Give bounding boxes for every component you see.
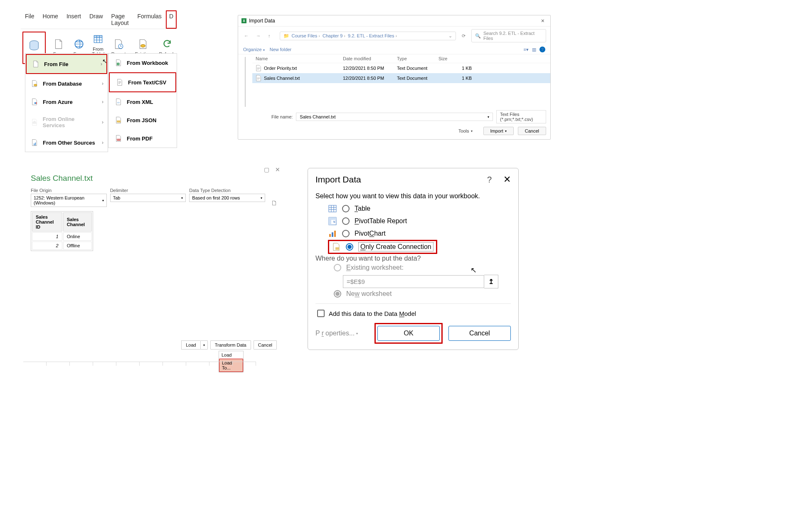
preview-pane-icon[interactable]: ▥ (532, 47, 536, 52)
close-button[interactable]: × (539, 17, 547, 24)
svg-text:PDF: PDF (117, 139, 120, 140)
col-type[interactable]: Type (397, 56, 438, 61)
transform-data-button[interactable]: Transform Data (210, 340, 251, 350)
refresh-icon (160, 37, 174, 51)
radio-unchecked-icon[interactable] (342, 230, 350, 237)
import-button[interactable]: Import ▾ (483, 127, 514, 135)
file-icon (32, 60, 40, 68)
detection-label: Data Type Detection (189, 188, 265, 193)
tab-formulas[interactable]: Formulas (133, 10, 166, 29)
help-icon[interactable]: ? (487, 175, 492, 185)
file-size: 1 KB (438, 76, 472, 81)
close-icon[interactable]: ✕ (275, 166, 280, 173)
from-pdf-item[interactable]: PDF From PDF (108, 129, 177, 148)
col-date[interactable]: Date modified (343, 56, 397, 61)
table-icon (328, 204, 337, 213)
option-pivotchart[interactable]: PivotChart (315, 227, 511, 240)
path-seg[interactable]: Course Files (292, 33, 320, 38)
col-header[interactable]: Sales Channel ID (32, 212, 62, 232)
properties-button[interactable]: Properties... ▾ (315, 330, 358, 337)
tab-insert[interactable]: Insert (62, 10, 85, 29)
path-bar[interactable]: 📁 Course Files Chapter 9 9.2. ETL - Extr… (280, 32, 456, 40)
load-button[interactable]: Load (181, 340, 200, 350)
tab-page-layout[interactable]: Page Layout (107, 10, 133, 29)
file-size: 1 KB (438, 66, 472, 71)
view-mode-icon[interactable]: ≡▾ (524, 47, 529, 52)
load-dropdown-button[interactable]: ▾ (200, 340, 208, 350)
from-other-sources-item[interactable]: From Other Sources › (25, 133, 108, 152)
tab-draw[interactable]: Draw (85, 10, 107, 29)
nav-back-icon[interactable]: ← (242, 32, 250, 39)
dialog-title: Import Data (249, 18, 275, 24)
col-header[interactable]: Sales Channel (63, 212, 92, 232)
option-label[interactable]: Only Create Connection (358, 242, 433, 251)
dropdown-icon[interactable]: ⌄ (448, 33, 452, 39)
from-database-item[interactable]: From Database › (25, 74, 108, 93)
from-azure-label: From Azure (43, 99, 73, 105)
cancel-button[interactable]: Cancel (254, 340, 277, 350)
from-json-label: From JSON (127, 117, 157, 123)
textfile-icon (256, 65, 261, 71)
nav-forward-icon[interactable]: → (254, 32, 262, 39)
organize-button[interactable]: Organize ▾ (243, 47, 265, 52)
tools-button[interactable]: Tools ▾ (452, 127, 479, 135)
path-seg[interactable]: Chapter 9 (323, 33, 345, 38)
delimiter-label: Delimiter (110, 188, 186, 193)
option-pivottable[interactable]: PivotTable Report (315, 215, 511, 227)
file-filter-combo[interactable]: Text Files (*.prn;*.txt;*.csv) (496, 110, 546, 123)
from-text-csv-item[interactable]: From Text/CSV (109, 72, 176, 92)
preview-title: Sales Channel.txt (28, 164, 280, 186)
radio-unchecked-icon[interactable] (342, 205, 350, 212)
nav-up-icon[interactable]: ↑ (266, 32, 272, 39)
tab-data[interactable]: D (166, 10, 177, 29)
search-box[interactable]: 🔍 Search 9.2. ETL - Extract Files (471, 29, 546, 42)
load-option[interactable]: Load (219, 351, 243, 359)
delimiter-combo[interactable]: Tab▾ (110, 194, 186, 202)
instruction-text: Select how you want to view this data in… (315, 185, 511, 202)
file-type: Text Document (397, 66, 438, 71)
add-to-model-checkbox[interactable]: Add this data to the Data Model (315, 303, 511, 323)
from-online-services-item: From Online Services › (25, 111, 108, 133)
path-seg[interactable]: 9.2. ETL - Extract Files (348, 33, 397, 38)
from-file-item[interactable]: From File › (26, 54, 107, 74)
file-name: Sales Channel.txt (264, 76, 300, 81)
cancel-button[interactable]: Cancel (448, 326, 511, 341)
option-label: PivotTable Report (355, 217, 407, 225)
file-list-header[interactable]: Name Date modified Type Size (252, 54, 550, 63)
connection-icon (332, 242, 341, 251)
ok-button[interactable]: OK (377, 326, 440, 341)
col-size[interactable]: Size (438, 56, 472, 61)
range-picker-icon[interactable]: ↥ (484, 275, 498, 288)
from-xml-item[interactable]: </> From XML (108, 93, 177, 111)
svg-rect-18 (329, 205, 336, 212)
radio-unchecked-icon[interactable] (342, 217, 350, 225)
help-icon[interactable]: ? (539, 47, 545, 52)
new-folder-button[interactable]: New folder (270, 47, 292, 52)
radio-checked-icon[interactable] (346, 243, 353, 251)
cancel-button[interactable]: Cancel (518, 127, 546, 135)
from-workbook-item[interactable]: X From Workbook (108, 54, 177, 72)
file-row[interactable]: Order Priority.txt 12/20/2021 8:50 PM Te… (252, 63, 550, 73)
option-label: Table (355, 205, 370, 212)
checkbox-unchecked-icon[interactable] (317, 310, 325, 317)
file-row-selected[interactable]: Sales Channel.txt 12/20/2021 8:50 PM Tex… (252, 73, 550, 83)
close-button[interactable]: ✕ (503, 174, 511, 185)
from-azure-item[interactable]: From Azure › (25, 93, 108, 111)
text-preview-dialog: ▢ ✕ Sales Channel.txt File Origin 1252: … (28, 164, 280, 251)
ok-highlight: OK (374, 323, 443, 344)
from-json-item[interactable]: JSON From JSON (108, 111, 177, 129)
col-name[interactable]: Name (256, 56, 343, 61)
detect-settings-icon[interactable]: 🗋 (271, 200, 278, 207)
option-label: PivotChart (355, 230, 386, 237)
maximize-icon[interactable]: ▢ (264, 166, 269, 173)
excel-icon: X (241, 18, 246, 23)
option-table[interactable]: Table (315, 202, 511, 215)
add-to-model-label: Add this data to the Data Model (329, 310, 416, 317)
svg-rect-8 (36, 103, 37, 104)
detection-combo[interactable]: Based on first 200 rows▾ (189, 194, 265, 202)
refresh-icon[interactable]: ⟳ (460, 32, 467, 39)
file-name-combo[interactable]: Sales Channel.txt▾ (296, 113, 493, 121)
file-origin-combo[interactable]: 1252: Western European (Windows)▾ (31, 194, 107, 207)
tab-home[interactable]: Home (39, 10, 62, 29)
tab-file[interactable]: File (21, 10, 39, 29)
